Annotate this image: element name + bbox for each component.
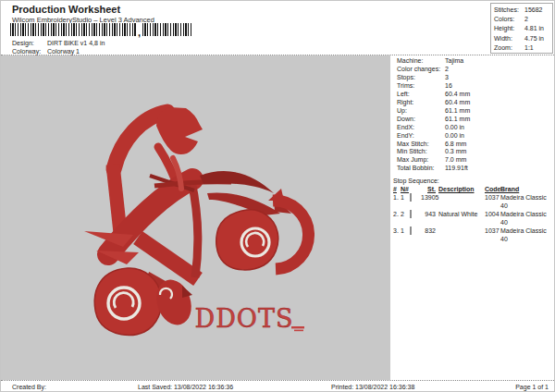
machine-info-row: Color changes: 2	[397, 66, 554, 74]
stop-num: 2.	[393, 210, 401, 227]
stats-value: 1:1	[524, 43, 552, 53]
machine-info-panel: Machine: Tajima Color changes: 2 Stops: …	[390, 55, 555, 380]
machine-info-row: Trims: 16	[397, 82, 554, 91]
machine-info-label: EndY:	[397, 132, 445, 141]
col-header-description: Description	[436, 185, 484, 193]
machine-info-value: 2	[445, 66, 554, 74]
machine-info-label: Total Bobbin:	[397, 165, 445, 173]
worksheet-header: Production Worksheet Wilcom EmbroiderySt…	[1, 1, 555, 55]
ddots-underscore	[291, 326, 304, 328]
machine-info-label: Min Stitch:	[397, 148, 445, 156]
machine-info-row: Total Bobbin: 119.91ft	[397, 165, 554, 173]
design-row: Design: DIRT BIKE v1 4,8 in	[12, 40, 105, 47]
col-header-num: #	[393, 185, 401, 193]
printed-text: Printed: 13/08/2022 16:36:38	[331, 384, 414, 391]
machine-info-list: Machine: Tajima Color changes: 2 Stops: …	[393, 57, 554, 173]
machine-info-row: Machine: Tajima	[397, 57, 554, 66]
machine-info-label: Left:	[397, 91, 445, 99]
machine-info-label: Down:	[397, 116, 445, 124]
col-header-st: St.	[421, 185, 436, 193]
stats-row: Colors: 2	[494, 15, 552, 24]
ddots-text: DDOTS	[195, 304, 294, 333]
machine-info-row: Down: 61.1 mm	[397, 116, 554, 124]
machine-info-value: 6.8 mm	[445, 141, 554, 149]
design-stats-box: Stitches: 15682 Colors: 2 Height: 4.81 i…	[490, 3, 553, 54]
created-by-label: Created By:	[12, 384, 46, 391]
stop-sequence-title: Stop Sequence:	[393, 177, 554, 185]
machine-info-value: 7.0 mm	[445, 156, 554, 165]
needle-num: 1	[401, 193, 410, 210]
col-header-n: N#	[401, 185, 410, 193]
machine-info-value: 3	[445, 74, 554, 82]
machine-info-label: Max Jump:	[397, 156, 445, 165]
stop-sequence-row: 3. 1 832 1037 Madeira Classic 40	[393, 227, 554, 243]
machine-info-value: 60.4 mm	[445, 91, 554, 99]
stitch-count: 13905	[421, 193, 436, 210]
stop-sequence-table: 1. 1 13905 1037 Madeira Classic 40 2. 2 …	[393, 193, 554, 243]
thread-description	[436, 193, 484, 210]
machine-info-label: Right:	[397, 99, 445, 107]
stats-value: 4.75 in	[524, 34, 552, 43]
machine-info-row: EndY: 0.00 in	[397, 132, 554, 141]
col-header-brand: Brand	[500, 185, 554, 193]
thread-color-swatch	[410, 210, 412, 218]
machine-info-value: 16	[445, 82, 554, 91]
barcode: ,	[10, 23, 192, 36]
design-preview-area: DDOTS	[1, 55, 390, 380]
last-saved-text: Last Saved: 13/08/2022 16:36:36	[138, 384, 233, 391]
colorway-row: Colorway: Colorway 1	[12, 48, 80, 55]
stats-row: Stitches: 15682	[494, 6, 552, 15]
stats-row: Width: 4.75 in	[494, 34, 552, 43]
stop-num: 1.	[393, 193, 401, 210]
machine-info-label: EndX:	[397, 124, 445, 132]
stats-value: 4.81 in	[524, 24, 552, 33]
machine-info-label: Color changes:	[397, 66, 445, 74]
thread-brand: Madeira Classic 40	[500, 193, 554, 210]
stats-value: 15682	[524, 6, 552, 15]
machine-info-value: 0.3 mm	[445, 148, 554, 156]
needle-num: 2	[401, 210, 410, 227]
machine-info-label: Up:	[397, 107, 445, 116]
machine-info-value: 0.00 in	[445, 124, 554, 132]
colorway-value: Colorway 1	[47, 48, 80, 55]
production-worksheet-page: Production Worksheet Wilcom EmbroiderySt…	[0, 0, 555, 392]
thread-description: Natural White	[436, 210, 484, 227]
stop-num: 3.	[393, 227, 401, 243]
machine-info-value: Tajima	[445, 57, 554, 66]
needle-num: 1	[401, 227, 410, 243]
stats-row: Zoom: 1:1	[494, 43, 552, 53]
front-wheel	[216, 210, 278, 270]
stats-row: Height: 4.81 in	[494, 24, 552, 33]
machine-info-value: 119.91ft	[445, 165, 554, 173]
stop-sequence-header-row: # N# St. Description Code Brand	[393, 185, 554, 193]
machine-info-value: 61.1 mm	[445, 116, 554, 124]
machine-info-label: Max Stitch:	[397, 141, 445, 149]
ddots-underscore-2	[294, 330, 303, 332]
stats-label: Colors:	[494, 15, 524, 24]
machine-info-row: Max Jump: 7.0 mm	[397, 156, 554, 165]
machine-info-value: 0.00 in	[445, 132, 554, 141]
design-value: DIRT BIKE v1 4,8 in	[47, 40, 105, 46]
colorway-label: Colorway:	[12, 48, 45, 55]
machine-info-label: Stops:	[397, 74, 445, 82]
machine-info-label: Machine:	[397, 57, 445, 66]
thread-description	[436, 227, 484, 243]
machine-info-value: 60.4 mm	[445, 99, 554, 107]
machine-info-row: Stops: 3	[397, 74, 554, 82]
stop-sequence-row: 2. 2 943 Natural White 1004 Madeira Clas…	[393, 210, 554, 227]
worksheet-footer: Created By: Last Saved: 13/08/2022 16:36…	[1, 380, 555, 392]
thread-brand: Madeira Classic 40	[500, 227, 554, 243]
rear-wheel	[94, 268, 161, 336]
stats-value: 2	[524, 15, 552, 24]
machine-info-value: 61.1 mm	[445, 107, 554, 116]
thread-brand: Madeira Classic 40	[500, 210, 554, 227]
stats-label: Width:	[494, 34, 524, 43]
stats-label: Height:	[494, 24, 524, 33]
col-header-code: Code	[484, 185, 500, 193]
machine-info-row: Right: 60.4 mm	[397, 99, 554, 107]
barcode-group-2	[142, 23, 192, 36]
thread-color-swatch	[410, 227, 412, 235]
barcode-group-1	[10, 23, 136, 36]
machine-info-row: Max Stitch: 6.8 mm	[397, 141, 554, 149]
design-canvas: DDOTS	[1, 55, 390, 380]
